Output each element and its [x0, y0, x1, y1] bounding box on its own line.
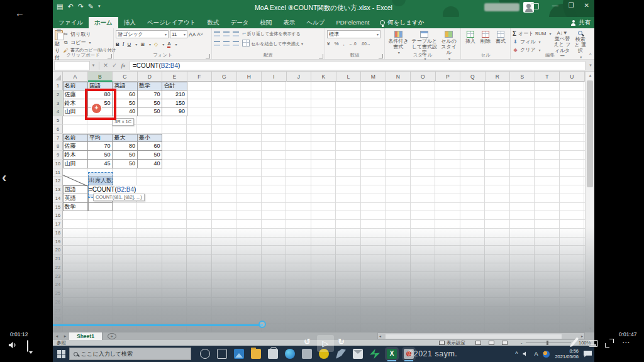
cell-A9[interactable]: 鈴木 — [63, 151, 88, 160]
cell-A10[interactable]: 山田 — [63, 160, 88, 168]
insert-cells-button[interactable]: 挿入 — [463, 31, 478, 45]
row-header-8[interactable]: 8 — [53, 142, 63, 151]
forward-30-button[interactable]: ↻ 30 — [338, 337, 345, 344]
sheet-nav-right-icon[interactable]: ▸ — [61, 332, 69, 340]
tray-speaker-icon[interactable] — [523, 351, 529, 357]
row-header-26[interactable]: 26 — [53, 298, 63, 307]
row-header-7[interactable]: 7 — [53, 134, 63, 143]
insert-function-button[interactable]: fx — [119, 62, 128, 69]
taskbar-icon-edge[interactable] — [285, 349, 295, 359]
cell-E3[interactable]: 150 — [162, 99, 187, 108]
scroll-down-icon[interactable]: ▼ — [586, 325, 594, 332]
row-header-11[interactable]: 11 — [53, 168, 63, 177]
currency-format-button[interactable]: ¥ — [327, 41, 330, 47]
cell-A13[interactable]: 国語 — [63, 185, 88, 194]
close-button[interactable]: ✕ — [584, 2, 589, 9]
vertical-scroll-thumb[interactable] — [587, 80, 593, 187]
cut-button[interactable]: ✂切り取り — [63, 31, 116, 38]
annotate-button[interactable] — [574, 337, 576, 346]
row-header-6[interactable]: 6 — [53, 125, 63, 134]
column-header-E[interactable]: E — [162, 72, 187, 82]
column-header-C[interactable]: C — [113, 72, 138, 82]
percent-format-button[interactable]: % — [334, 41, 338, 47]
ribbon-tab-PDFelement[interactable]: PDFelement — [331, 17, 375, 28]
copy-button[interactable]: ⧉コピー — [63, 39, 116, 46]
taskbar-icon-green-app[interactable] — [370, 349, 380, 359]
font-color-button[interactable]: A — [167, 41, 170, 48]
row-header-18[interactable]: 18 — [53, 229, 63, 238]
cell-E4[interactable]: 90 — [162, 107, 187, 116]
taskbar-icon-task-view[interactable] — [217, 349, 227, 359]
taskbar-icon-store[interactable] — [268, 349, 278, 359]
align-top-icon[interactable] — [214, 31, 220, 36]
row-header-3[interactable]: 3 — [53, 99, 63, 108]
cell-C9[interactable]: 50 — [113, 151, 138, 160]
column-header-H[interactable]: H — [237, 72, 262, 82]
cell-B15[interactable] — [88, 203, 113, 212]
page-layout-view-icon[interactable] — [489, 341, 494, 345]
notes-button[interactable] — [27, 341, 28, 352]
number-format-select[interactable]: 標準 — [327, 30, 380, 38]
column-header-F[interactable]: F — [187, 72, 213, 82]
row-headers[interactable]: 1234567891011121314151617181920212223242… — [53, 82, 63, 332]
italic-button[interactable]: I — [123, 41, 125, 47]
rewind-10-button[interactable]: ↺ 10 — [304, 337, 311, 344]
font-dialog-launcher[interactable] — [206, 54, 210, 58]
select-all-corner[interactable] — [53, 72, 63, 82]
column-header-O[interactable]: O — [411, 72, 436, 82]
shrink-font-button[interactable]: A˅ — [197, 31, 203, 37]
row-header-27[interactable]: 27 — [53, 307, 63, 315]
name-box[interactable] — [54, 61, 90, 70]
mute-button[interactable] — [8, 340, 18, 351]
hscroll-right-icon[interactable]: ▸ — [581, 333, 583, 339]
cell-B7[interactable]: 平均 — [88, 134, 113, 143]
column-header-D[interactable]: D — [138, 72, 163, 82]
decrease-decimal-button[interactable]: .00→ — [361, 41, 371, 46]
zoom-slider[interactable] — [526, 343, 571, 344]
play-button[interactable]: ▷ — [317, 335, 334, 352]
fill-color-button[interactable]: ◇ — [154, 41, 158, 47]
back-arrow-icon[interactable]: ← — [15, 8, 25, 18]
cell-E1[interactable]: 合計 — [162, 82, 187, 90]
cell-A2[interactable]: 佐藤 — [63, 90, 88, 99]
sheet-tab-sheet1[interactable]: Sheet1 — [69, 332, 103, 340]
row-header-4[interactable]: 4 — [53, 107, 63, 116]
align-middle-icon[interactable] — [223, 31, 230, 36]
formula-bar-expand-icon[interactable]: ▼ — [587, 63, 594, 67]
subtitles-button[interactable] — [589, 340, 598, 347]
cell-D8[interactable]: 60 — [138, 142, 163, 151]
row-header-21[interactable]: 21 — [53, 255, 63, 263]
cell-A1[interactable]: 名前 — [63, 82, 88, 90]
clipboard-dialog-launcher[interactable] — [108, 54, 112, 58]
column-header-J[interactable]: J — [287, 72, 312, 82]
column-header-Q[interactable]: Q — [460, 72, 486, 82]
zoom-out-icon[interactable]: - — [521, 340, 523, 346]
column-header-G[interactable]: G — [212, 72, 237, 82]
cell-B8[interactable]: 70 — [88, 142, 113, 151]
cell-B10[interactable]: 45 — [88, 160, 113, 168]
font-size-select[interactable]: 11 — [170, 30, 187, 38]
row-header-22[interactable]: 22 — [53, 263, 63, 272]
row-header-15[interactable]: 15 — [53, 203, 63, 212]
row-header-13[interactable]: 13 — [53, 185, 63, 194]
ribbon-tab-挿入[interactable]: 挿入 — [118, 17, 142, 28]
normal-view-icon[interactable] — [475, 341, 481, 345]
restore-button[interactable]: ❐ — [569, 2, 574, 9]
start-button[interactable] — [53, 346, 69, 362]
align-center-icon[interactable] — [223, 41, 230, 46]
cell-A7[interactable]: 名前 — [63, 134, 88, 143]
confirm-entry-button[interactable]: ✓ — [110, 62, 119, 69]
cell-C8[interactable]: 80 — [113, 142, 138, 151]
taskbar-icon-onenote[interactable] — [302, 349, 312, 359]
exit-fullscreen-button[interactable] — [605, 339, 614, 348]
ribbon-tab-ファイル[interactable]: ファイル — [53, 17, 89, 28]
cell-A4[interactable]: 山田 — [63, 107, 88, 116]
cell-D3[interactable]: 50 — [138, 99, 163, 108]
align-bottom-icon[interactable] — [233, 31, 239, 36]
cell-D10[interactable]: 40 — [138, 160, 163, 168]
fill-button[interactable]: ⬇フィル — [513, 38, 551, 45]
action-center-icon[interactable] — [584, 351, 592, 358]
ribbon-tab-数式[interactable]: 数式 — [201, 17, 225, 28]
row-header-2[interactable]: 2 — [53, 90, 63, 99]
taskbar-icon-file-explorer[interactable] — [251, 349, 261, 359]
